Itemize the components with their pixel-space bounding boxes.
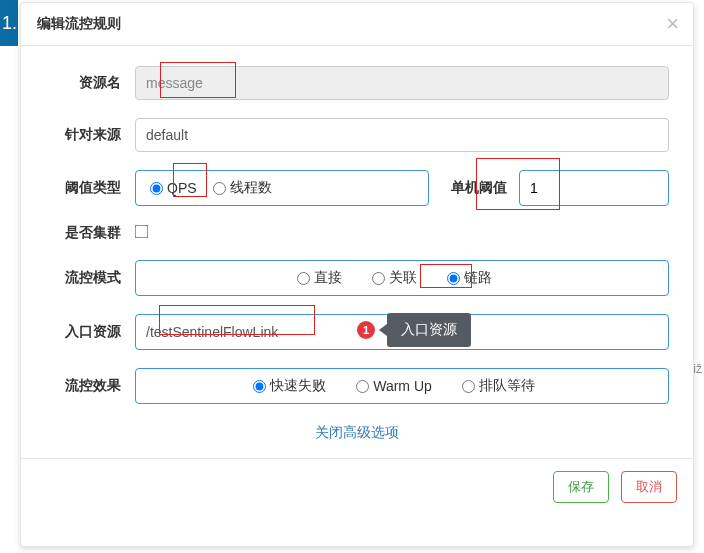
save-button[interactable]: 保存 (553, 471, 609, 503)
radio-qps-input[interactable] (150, 182, 163, 195)
label-effect: 流控效果 (45, 377, 135, 395)
radio-threads-label: 线程数 (230, 179, 272, 197)
collapse-advanced: 关闭高级选项 (45, 424, 669, 442)
radio-mode-chain-label: 链路 (464, 269, 492, 287)
close-icon[interactable]: × (666, 11, 679, 37)
truncated-bg-text: iž (693, 362, 702, 376)
radio-effect-fast-label: 快速失败 (270, 377, 326, 395)
radio-qps-label: QPS (167, 180, 197, 196)
resource-input (135, 66, 669, 100)
row-resource: 资源名 (45, 66, 669, 100)
row-cluster: 是否集群 (45, 224, 669, 242)
collapse-advanced-link[interactable]: 关闭高级选项 (315, 424, 399, 440)
label-threshold-type: 阈值类型 (45, 179, 135, 197)
radio-threads-input[interactable] (213, 182, 226, 195)
cancel-button[interactable]: 取消 (621, 471, 677, 503)
label-resource: 资源名 (45, 74, 135, 92)
radio-mode-chain-input[interactable] (447, 272, 460, 285)
radio-effect-queue-label: 排队等待 (479, 377, 535, 395)
effect-box: 快速失败 Warm Up 排队等待 (135, 368, 669, 404)
cluster-checkbox-wrap (135, 225, 148, 241)
row-mode: 流控模式 直接 关联 链路 (45, 260, 669, 296)
radio-mode-direct-input[interactable] (297, 272, 310, 285)
radio-mode-direct-label: 直接 (314, 269, 342, 287)
radio-effect-fast-input[interactable] (253, 380, 266, 393)
radio-effect-warm-input[interactable] (356, 380, 369, 393)
row-entry: 入口资源 1 入口资源 (45, 314, 669, 350)
mode-box: 直接 关联 链路 (135, 260, 669, 296)
label-single-threshold: 单机阈值 (429, 179, 519, 197)
radio-effect-fast[interactable]: 快速失败 (253, 377, 326, 395)
threshold-type-box: QPS 线程数 (135, 170, 429, 206)
radio-mode-relate-input[interactable] (372, 272, 385, 285)
modal-footer: 保存 取消 (21, 458, 693, 515)
cluster-checkbox[interactable] (135, 225, 149, 239)
entry-input[interactable] (135, 314, 669, 350)
radio-effect-queue-input[interactable] (462, 380, 475, 393)
background-page-marker: 1. (0, 0, 18, 46)
row-origin: 针对来源 (45, 118, 669, 152)
origin-input[interactable] (135, 118, 669, 152)
row-threshold: 阈值类型 QPS 线程数 单机阈值 (45, 170, 669, 206)
threshold-input[interactable] (519, 170, 669, 206)
label-mode: 流控模式 (45, 269, 135, 287)
label-cluster: 是否集群 (45, 224, 135, 242)
radio-mode-relate[interactable]: 关联 (372, 269, 417, 287)
label-entry: 入口资源 (45, 323, 135, 341)
radio-mode-direct[interactable]: 直接 (297, 269, 342, 287)
modal-header: 编辑流控规则 × (21, 3, 693, 46)
radio-threads[interactable]: 线程数 (213, 179, 272, 197)
row-effect: 流控效果 快速失败 Warm Up 排队等待 (45, 368, 669, 404)
radio-qps[interactable]: QPS (150, 180, 197, 196)
modal-body: 资源名 针对来源 阈值类型 QPS 线程数 (21, 46, 693, 458)
radio-effect-warm[interactable]: Warm Up (356, 378, 432, 394)
radio-effect-queue[interactable]: 排队等待 (462, 377, 535, 395)
radio-mode-chain[interactable]: 链路 (447, 269, 492, 287)
modal-title: 编辑流控规则 (37, 15, 121, 31)
modal-dialog: 编辑流控规则 × 资源名 针对来源 阈值类型 QPS (20, 2, 694, 547)
threshold-group: QPS 线程数 单机阈值 (135, 170, 669, 206)
radio-mode-relate-label: 关联 (389, 269, 417, 287)
label-origin: 针对来源 (45, 126, 135, 144)
radio-effect-warm-label: Warm Up (373, 378, 432, 394)
